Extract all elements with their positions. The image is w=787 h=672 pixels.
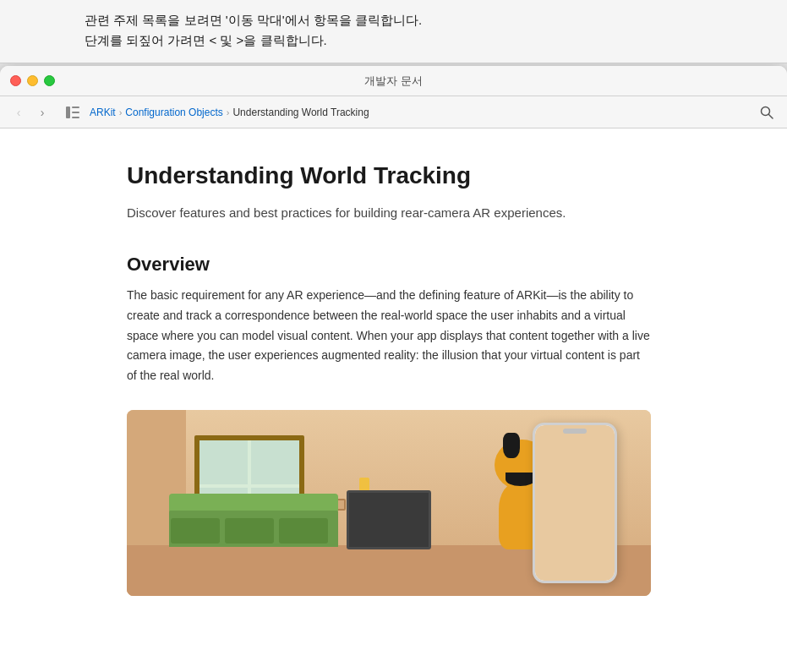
overview-heading: Overview	[127, 254, 719, 276]
svg-line-5	[769, 114, 773, 118]
svg-rect-2	[72, 112, 79, 113]
page-subtitle: Discover features and best practices for…	[127, 203, 617, 223]
monster-mouth	[506, 473, 535, 486]
titlebar: 개발자 문서	[0, 66, 787, 96]
maximize-button[interactable]	[44, 75, 55, 86]
back-button[interactable]: ‹	[8, 102, 29, 123]
ar-illustration	[127, 410, 651, 596]
breadcrumb-arkit[interactable]: ARKit	[90, 107, 116, 118]
content-area: Understanding World Tracking Discover fe…	[0, 128, 787, 672]
phone-mockup	[533, 423, 617, 583]
monster-eye	[503, 433, 520, 458]
sidebar-icon	[66, 107, 79, 118]
breadcrumb-sep-2: ›	[227, 107, 230, 117]
overview-body: The basic requirement for any AR experie…	[127, 286, 651, 386]
tooltip-line1: 관련 주제 목록을 보려면 '이동 막대'에서 항목을 클릭합니다.	[85, 10, 770, 30]
page-title: Understanding World Tracking	[127, 162, 719, 189]
sofa-cushion-1	[171, 518, 220, 544]
sofa-cushion-3	[279, 518, 328, 544]
window-title: 개발자 문서	[364, 74, 423, 89]
breadcrumb-sep-1: ›	[119, 107, 123, 117]
app-window: 개발자 문서 ‹ › ARKit › Configuration Objects…	[0, 66, 787, 672]
tooltip-line2: 단계를 되짚어 가려면 < 및 >을 클릭합니다.	[85, 30, 770, 51]
breadcrumb-current: Understanding World Tracking	[232, 107, 369, 118]
svg-rect-0	[66, 107, 70, 118]
sofa-cushion-2	[225, 518, 274, 544]
close-button[interactable]	[10, 75, 21, 86]
svg-rect-1	[72, 107, 79, 108]
search-button[interactable]	[755, 101, 779, 124]
window-pane-2	[251, 440, 299, 484]
tv-screen	[349, 493, 429, 547]
search-icon	[760, 106, 773, 119]
room-tv	[347, 490, 431, 549]
sidebar-toggle-button[interactable]	[61, 102, 85, 123]
toolbar: ‹ › ARKit › Configuration Objects › Unde…	[0, 96, 787, 128]
phone-notch	[563, 429, 587, 434]
room-scene	[127, 410, 651, 596]
window-pane-1	[199, 440, 248, 484]
breadcrumb-configuration[interactable]: Configuration Objects	[125, 107, 222, 118]
phone-screen	[535, 425, 615, 581]
forward-button[interactable]: ›	[32, 102, 52, 123]
svg-rect-3	[72, 117, 79, 118]
tooltip-overlay: 관련 주제 목록을 보려면 '이동 막대'에서 항목을 클릭합니다. 단계를 되…	[0, 0, 787, 63]
traffic-lights	[10, 75, 55, 86]
nav-buttons: ‹ ›	[8, 102, 52, 123]
breadcrumb: ARKit › Configuration Objects › Understa…	[90, 107, 755, 118]
minimize-button[interactable]	[27, 75, 38, 86]
